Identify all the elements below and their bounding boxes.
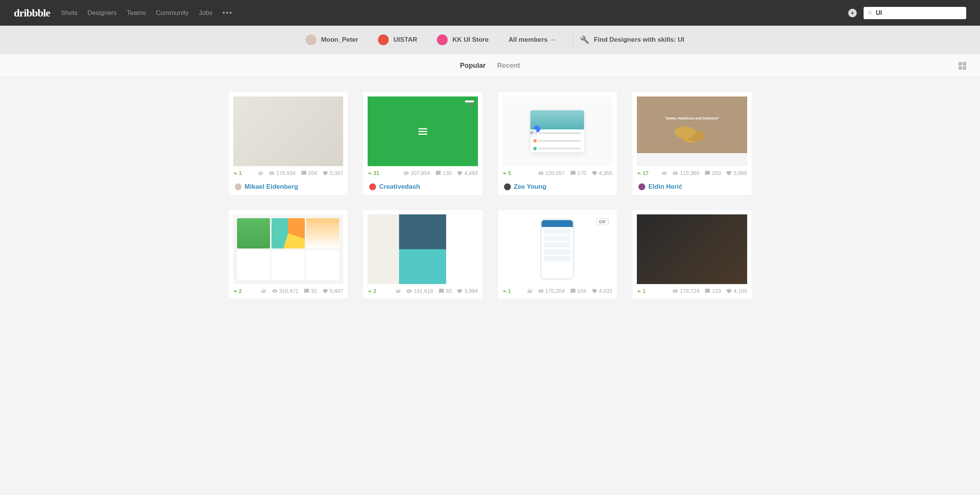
tools-icon [580, 35, 589, 44]
comments-count[interactable]: 130 [435, 170, 452, 176]
views-count: 120,057 [538, 170, 565, 176]
user-badge[interactable]: + [848, 9, 857, 17]
nav-designers[interactable]: Designers [87, 9, 117, 17]
rebound-count[interactable]: 5 [502, 170, 511, 176]
comments-count[interactable]: 204 [301, 170, 317, 176]
nav-community[interactable]: Community [156, 9, 189, 17]
find-designers-skill-link[interactable]: Find Designers with skills: UI [580, 35, 684, 44]
author-avatar [504, 183, 511, 190]
search-result-subnav: Moon_Peter UISTAR KK UI Store All member… [0, 26, 980, 54]
designer-link[interactable]: KK UI Store [437, 34, 488, 45]
comment-icon [435, 170, 441, 176]
rebound-icon [502, 289, 507, 294]
shot-author[interactable]: Zee Young [502, 183, 613, 191]
search-icon [867, 10, 874, 16]
heart-icon [726, 170, 732, 176]
rebound-icon [502, 171, 507, 176]
attachment-icon[interactable] [258, 170, 263, 176]
designer-avatar [378, 34, 389, 45]
shot-stats: 31 207,854 130 4,493 [368, 170, 478, 176]
grid-view-icon[interactable] [959, 62, 966, 70]
shot-card[interactable]: GIF 1 170,354 104 4,032 [497, 209, 618, 299]
rebound-count[interactable]: 1 [233, 170, 242, 176]
shot-author[interactable]: Mikael Eidenberg [233, 183, 344, 191]
eye-icon [272, 288, 278, 294]
eye-icon [403, 170, 409, 176]
search-input[interactable] [876, 10, 962, 16]
author-name[interactable]: Zee Young [514, 183, 546, 191]
likes-count[interactable]: 4,493 [457, 170, 478, 176]
attachment-icon[interactable] [395, 288, 401, 294]
nav-more-icon[interactable]: ••• [223, 8, 233, 17]
rebound-count[interactable]: 2 [368, 288, 376, 294]
likes-count[interactable]: 4,032 [592, 288, 612, 294]
shot-stats: 1 178,934 204 5,367 [233, 170, 344, 176]
comment-icon [304, 288, 309, 294]
likes-count[interactable]: 5,367 [322, 170, 343, 176]
dribbble-logo[interactable]: dribbble [14, 7, 50, 19]
eye-icon [269, 170, 275, 176]
views-count: 141,618 [406, 288, 433, 294]
skill-link-label: Find Designers with skills: UI [594, 36, 684, 44]
all-members-link[interactable]: All members → [509, 36, 556, 44]
tab-popular[interactable]: Popular [460, 62, 486, 70]
attachment-icon[interactable] [661, 170, 667, 176]
nav-shots[interactable]: Shots [61, 9, 77, 17]
author-name[interactable]: Mikael Eidenberg [245, 183, 298, 191]
shot-card[interactable]: GIF 31 207,854 130 4,493 Creativedash [363, 91, 483, 196]
designer-avatar [437, 34, 448, 45]
comments-count[interactable]: 153 [705, 288, 721, 294]
nav-jobs[interactable]: Jobs [199, 9, 213, 17]
rebound-count[interactable]: 1 [637, 288, 646, 294]
comment-icon [705, 288, 710, 294]
views-count: 178,724 [672, 288, 699, 294]
comments-count[interactable]: 92 [304, 288, 317, 294]
shot-card[interactable]: 2 141,618 93 3,984 [363, 209, 483, 299]
shot-author[interactable]: Creativedash [368, 183, 478, 191]
designer-link[interactable]: UISTAR [378, 34, 417, 45]
eye-icon [672, 170, 678, 176]
shot-card[interactable]: 2 316,471 92 5,447 [228, 209, 348, 299]
attachment-icon[interactable] [527, 288, 533, 294]
author-avatar [235, 183, 242, 190]
subnav-divider [573, 33, 573, 47]
designer-name: Moon_Peter [321, 36, 358, 44]
search-box[interactable] [864, 7, 966, 19]
comments-count[interactable]: 200 [705, 170, 721, 176]
attachment-icon[interactable] [261, 288, 267, 294]
rebound-count[interactable]: 31 [368, 170, 380, 176]
rebound-count[interactable]: 2 [233, 288, 242, 294]
views-count: 170,354 [538, 288, 565, 294]
all-members-label: All members → [509, 36, 556, 44]
shot-card[interactable]: "Sweet, Nutritious and Delicious" 17 115… [632, 91, 752, 196]
shot-stats: 5 120,057 170 4,355 [502, 170, 613, 176]
author-avatar [638, 183, 645, 190]
comment-icon [705, 170, 710, 176]
nav-teams[interactable]: Teams [127, 9, 146, 17]
comments-count[interactable]: 104 [570, 288, 586, 294]
shot-card[interactable]: 1 178,724 153 4,109 [632, 209, 752, 299]
designer-link[interactable]: Moon_Peter [306, 34, 358, 45]
rebound-icon [368, 171, 373, 176]
heart-icon [322, 288, 328, 294]
shot-stats: 1 170,354 104 4,032 [502, 288, 613, 294]
rebound-count[interactable]: 1 [502, 288, 511, 294]
likes-count[interactable]: 4,355 [592, 170, 612, 176]
likes-count[interactable]: 4,109 [726, 288, 747, 294]
likes-count[interactable]: 3,984 [457, 288, 478, 294]
views-count: 178,934 [269, 170, 296, 176]
shot-author[interactable]: Eldin Herić [637, 183, 747, 191]
shot-card[interactable]: 1 178,934 204 5,367 Mikael Eidenberg [228, 91, 348, 196]
filter-tabs: Popular Recent [460, 62, 520, 70]
rebound-count[interactable]: 17 [637, 170, 649, 176]
likes-count[interactable]: 3,668 [726, 170, 747, 176]
author-name[interactable]: Eldin Herić [648, 183, 682, 191]
eye-icon [538, 170, 544, 176]
comments-count[interactable]: 93 [438, 288, 452, 294]
tab-recent[interactable]: Recent [497, 62, 520, 70]
comments-count[interactable]: 170 [570, 170, 586, 176]
shot-card[interactable]: GIF 5 120,057 170 4,355 Zee Young [497, 91, 618, 196]
likes-count[interactable]: 5,447 [322, 288, 343, 294]
rebound-icon [637, 171, 642, 176]
author-name[interactable]: Creativedash [379, 183, 420, 191]
